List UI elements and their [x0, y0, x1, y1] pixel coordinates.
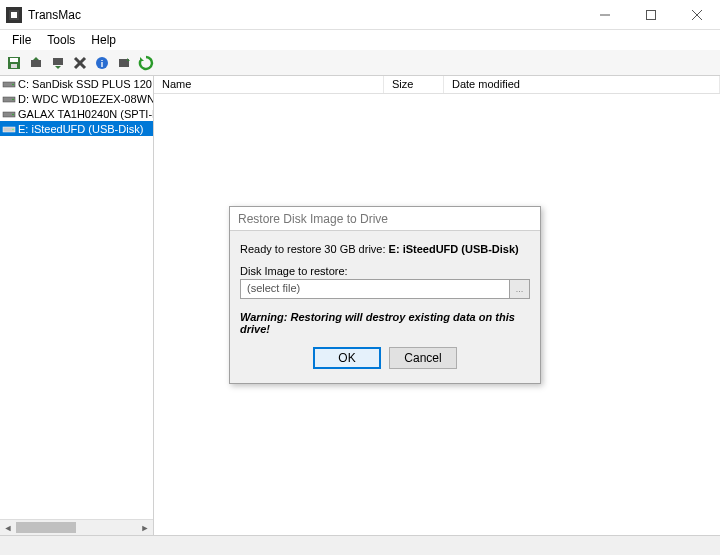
dialog-body: Ready to restore 30 GB drive: E: iSteedU… [230, 231, 540, 383]
browse-button[interactable]: … [510, 279, 530, 299]
window-title: TransMac [28, 8, 81, 22]
maximize-button[interactable] [628, 0, 674, 30]
svg-point-19 [12, 98, 14, 100]
copy-to-icon[interactable] [48, 53, 68, 73]
scroll-left-icon[interactable]: ◄ [0, 520, 16, 535]
save-icon[interactable] [4, 53, 24, 73]
tree-scrollbar[interactable]: ◄ ► [0, 519, 153, 535]
file-row: (select file) … [240, 279, 530, 299]
svg-point-17 [12, 83, 14, 85]
app-icon [6, 7, 22, 23]
drive-tree: C: SanDisk SSD PLUS 120 GB ( D: WDC WD10… [0, 76, 154, 535]
menu-tools[interactable]: Tools [39, 32, 83, 48]
file-label: Disk Image to restore: [240, 265, 530, 277]
svg-rect-10 [53, 58, 63, 65]
drive-label: C: SanDisk SSD PLUS 120 GB ( [18, 78, 154, 90]
svg-point-21 [12, 113, 14, 115]
scroll-track[interactable] [76, 520, 137, 535]
title-bar: TransMac [0, 0, 720, 30]
svg-rect-1 [11, 12, 17, 18]
disk-icon [2, 78, 16, 90]
column-name[interactable]: Name [154, 76, 384, 93]
file-input[interactable]: (select file) [240, 279, 510, 299]
warning-text: Warning: Restoring will destroy existing… [240, 311, 530, 335]
restore-dialog: Restore Disk Image to Drive Ready to res… [229, 206, 541, 384]
svg-text:i: i [101, 59, 104, 69]
scroll-right-icon[interactable]: ► [137, 520, 153, 535]
ready-prefix: Ready to restore 30 GB drive: [240, 243, 389, 255]
window-controls [582, 0, 720, 30]
toolbar: i [0, 50, 720, 76]
scroll-thumb[interactable] [16, 522, 76, 533]
open-icon[interactable] [114, 53, 134, 73]
menu-file[interactable]: File [4, 32, 39, 48]
svg-rect-7 [10, 58, 18, 62]
drive-label: GALAX TA1H0240N (SPTI-Disk) [18, 108, 154, 120]
disk-icon [2, 123, 16, 135]
drive-d[interactable]: D: WDC WD10EZEX-08WN4A0 (SAT [0, 91, 153, 106]
cancel-button[interactable]: Cancel [389, 347, 457, 369]
copy-from-icon[interactable] [26, 53, 46, 73]
info-icon[interactable]: i [92, 53, 112, 73]
dialog-title: Restore Disk Image to Drive [230, 207, 540, 231]
ok-button[interactable]: OK [313, 347, 381, 369]
dialog-ready-text: Ready to restore 30 GB drive: E: iSteedU… [240, 243, 530, 255]
column-size[interactable]: Size [384, 76, 444, 93]
disk-icon [2, 108, 16, 120]
disk-icon [2, 93, 16, 105]
svg-rect-3 [647, 10, 656, 19]
menu-bar: File Tools Help [0, 30, 720, 50]
column-date[interactable]: Date modified [444, 76, 720, 93]
minimize-button[interactable] [582, 0, 628, 30]
close-button[interactable] [674, 0, 720, 30]
refresh-icon[interactable] [136, 53, 156, 73]
svg-rect-9 [31, 60, 41, 67]
drive-galax[interactable]: GALAX TA1H0240N (SPTI-Disk) [0, 106, 153, 121]
drive-label: E: iSteedUFD (USB-Disk) [18, 123, 143, 135]
delete-icon[interactable] [70, 53, 90, 73]
drive-c[interactable]: C: SanDisk SSD PLUS 120 GB ( [0, 76, 153, 91]
svg-rect-8 [11, 64, 17, 68]
dialog-buttons: OK Cancel [240, 347, 530, 375]
drive-e[interactable]: E: iSteedUFD (USB-Disk) [0, 121, 153, 136]
list-header: Name Size Date modified [154, 76, 720, 94]
drive-label: D: WDC WD10EZEX-08WN4A0 (SAT [18, 93, 154, 105]
menu-help[interactable]: Help [83, 32, 124, 48]
ready-drive: E: iSteedUFD (USB-Disk) [389, 243, 519, 255]
svg-point-23 [12, 128, 14, 130]
status-bar [0, 535, 720, 555]
